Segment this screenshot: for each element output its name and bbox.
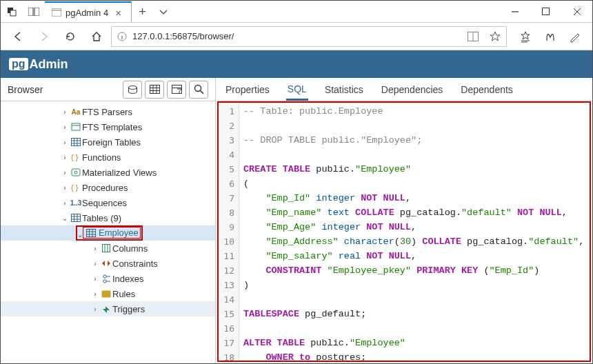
reading-list-icon[interactable] xyxy=(539,26,562,48)
ftbl-icon xyxy=(70,138,82,146)
svg-rect-48 xyxy=(103,245,110,252)
window-minimize-button[interactable] xyxy=(499,1,530,23)
chevron-down-icon[interactable]: ⌄ xyxy=(60,214,70,222)
nav-home-button[interactable] xyxy=(85,26,108,48)
window-close-button[interactable] xyxy=(561,1,592,23)
workspace: Browser ›AaFTS Parsers›FTS Templates›For… xyxy=(1,78,592,363)
tab-sql[interactable]: SQL xyxy=(286,83,308,101)
svg-rect-18 xyxy=(150,85,159,94)
seq-icon: 1..3 xyxy=(70,199,82,207)
tpl-icon xyxy=(70,123,82,131)
chevron-right-icon[interactable]: › xyxy=(60,184,70,192)
chevron-right-icon[interactable]: › xyxy=(90,260,100,267)
view-data-button[interactable] xyxy=(145,81,164,99)
tab-favicon-icon xyxy=(52,8,61,17)
tree-item-foreign-tables[interactable]: ›Foreign Tables xyxy=(1,134,215,150)
browser-panel-header: Browser xyxy=(1,78,215,101)
browser-panel-title: Browser xyxy=(8,84,43,95)
main-panel: PropertiesSQLStatisticsDependenciesDepen… xyxy=(216,78,592,363)
side-by-side-icon[interactable] xyxy=(23,1,45,22)
search-objects-button[interactable] xyxy=(189,81,208,99)
tree-item-label: Procedures xyxy=(82,183,128,193)
edge-notes-icon[interactable] xyxy=(563,26,587,48)
chevron-right-icon[interactable]: › xyxy=(60,108,70,116)
nav-forward-button[interactable] xyxy=(32,26,56,48)
svg-rect-38 xyxy=(72,214,81,222)
tab-dependencies[interactable]: Dependencies xyxy=(380,84,445,101)
sql-editor-highlight: 1 2 3 4 5 6 7 8 9 10 11 12 13 14 15 16 1… xyxy=(217,101,591,362)
tree-item-materialized-views[interactable]: ›Materialized Views xyxy=(1,165,215,180)
svg-rect-2 xyxy=(28,8,33,16)
query-tool-button[interactable] xyxy=(123,81,142,99)
tree-item-label: FTS Parsers xyxy=(82,107,132,117)
chevron-right-icon[interactable]: › xyxy=(90,245,100,252)
tree-item-functions[interactable]: ›{ }Functions xyxy=(1,150,215,165)
nav-back-button[interactable] xyxy=(6,26,30,48)
tbl-icon xyxy=(85,229,97,237)
window-maximize-button[interactable] xyxy=(530,1,561,23)
tabs-dropdown-icon[interactable] xyxy=(153,7,174,17)
svg-rect-35 xyxy=(72,169,80,176)
tab-statistics[interactable]: Statistics xyxy=(323,84,365,101)
browser-tab-pgadmin[interactable]: pgAdmin 4 × xyxy=(45,1,132,22)
tree-item-procedures[interactable]: ›{ }Procedures xyxy=(1,180,215,195)
tab-close-icon[interactable]: × xyxy=(112,7,124,19)
chevron-right-icon[interactable]: › xyxy=(90,275,100,283)
chevron-right-icon[interactable]: › xyxy=(60,169,70,176)
cascade-windows-icon[interactable] xyxy=(1,1,23,22)
sql-code[interactable]: -- Table: public.Employee -- DROP TABLE … xyxy=(239,103,590,361)
cols-icon xyxy=(100,244,112,252)
tree-item-label: Triggers xyxy=(112,304,145,314)
svg-point-17 xyxy=(128,85,137,89)
tree-item-label: Employee xyxy=(99,228,139,238)
chevron-right-icon[interactable]: › xyxy=(60,154,70,161)
tree-item-triggers[interactable]: ›Triggers xyxy=(1,301,215,316)
svg-rect-3 xyxy=(34,8,39,16)
tree-item-fts-parsers[interactable]: ›AaFTS Parsers xyxy=(1,104,215,119)
filter-rows-button[interactable] xyxy=(167,81,186,99)
logo-admin-text: Admin xyxy=(30,57,68,72)
site-info-icon[interactable] xyxy=(117,32,127,41)
tree-item-tables-9-[interactable]: ⌄Tables (9) xyxy=(1,210,215,225)
tree-item-label: Foreign Tables xyxy=(82,137,141,148)
url-input[interactable]: 127.0.0.1:56875/browser/ xyxy=(111,26,507,47)
tab-properties[interactable]: Properties xyxy=(224,84,271,101)
chevron-right-icon[interactable]: › xyxy=(60,139,70,146)
tab-title: pgAdmin 4 xyxy=(66,8,108,18)
svg-rect-27 xyxy=(72,123,80,130)
mv-icon xyxy=(70,168,82,176)
chevron-right-icon[interactable]: › xyxy=(60,123,70,131)
nav-refresh-button[interactable] xyxy=(59,26,82,48)
svg-rect-43 xyxy=(87,229,96,236)
chevron-right-icon[interactable]: › xyxy=(90,305,100,313)
tree-item-columns[interactable]: ›Columns xyxy=(1,241,215,256)
pgadmin-logo[interactable]: pgAdmin xyxy=(9,57,68,72)
favorite-star-icon[interactable] xyxy=(490,31,501,42)
chevron-down-icon[interactable]: ⌄ xyxy=(77,231,83,239)
chevron-right-icon[interactable]: › xyxy=(60,199,70,207)
tree-item-label: Functions xyxy=(82,152,121,163)
svg-rect-29 xyxy=(72,139,81,146)
tab-dependents[interactable]: Dependents xyxy=(459,84,514,101)
logo-pg-badge: pg xyxy=(9,58,28,70)
trig-icon xyxy=(100,305,112,314)
tree-item-constraints[interactable]: ›Constraints xyxy=(1,256,215,271)
tree-item-label: Constraints xyxy=(112,259,158,269)
svg-line-26 xyxy=(200,91,203,94)
tree-item-rules[interactable]: ›Rules xyxy=(1,286,215,301)
object-tree[interactable]: ›AaFTS Parsers›FTS Templates›Foreign Tab… xyxy=(1,101,215,363)
favorites-list-icon[interactable] xyxy=(514,26,537,48)
tree-item-label: FTS Templates xyxy=(82,122,142,132)
tree-item-label: Rules xyxy=(112,289,135,299)
tbl-icon xyxy=(70,214,82,222)
reading-view-icon[interactable] xyxy=(468,32,479,41)
main-tabs: PropertiesSQLStatisticsDependenciesDepen… xyxy=(216,78,592,101)
idx-icon xyxy=(100,274,112,283)
new-tab-button[interactable]: + xyxy=(132,4,153,19)
tree-item-sequences[interactable]: ›1..3Sequences xyxy=(1,195,215,210)
svg-point-25 xyxy=(194,85,201,92)
tree-item-employee[interactable]: ⌄Employee xyxy=(1,225,215,241)
tree-item-fts-templates[interactable]: ›FTS Templates xyxy=(1,119,215,134)
tree-item-indexes[interactable]: ›Indexes xyxy=(1,271,215,286)
chevron-right-icon[interactable]: › xyxy=(90,290,100,298)
